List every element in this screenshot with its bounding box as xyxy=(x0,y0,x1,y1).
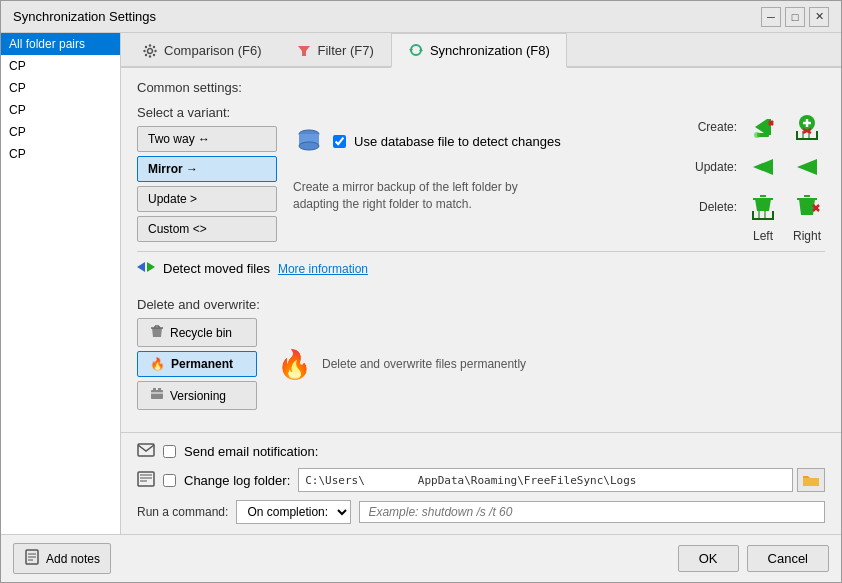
footer: Add notes OK Cancel xyxy=(1,534,841,582)
window: Synchronization Settings ─ □ ✕ All folde… xyxy=(0,0,842,583)
variant-update-btn[interactable]: Update > xyxy=(137,186,277,212)
use-database-label[interactable]: Use database file to detect changes xyxy=(354,134,561,149)
more-info-link[interactable]: More information xyxy=(278,262,368,276)
recycle-bin-btn[interactable]: Recycle bin xyxy=(137,318,257,347)
svg-point-4 xyxy=(154,49,156,51)
filter-icon xyxy=(296,43,312,59)
tab-comparison[interactable]: Comparison (F6) xyxy=(125,33,279,68)
settings-panel: Common settings: Select a variant: Two w… xyxy=(121,68,841,432)
svg-rect-45 xyxy=(138,444,154,456)
sidebar-item-cp-4[interactable]: CP xyxy=(1,121,120,143)
svg-rect-50 xyxy=(803,478,819,486)
log-row: Change log folder: xyxy=(137,468,825,492)
sync-icon xyxy=(408,42,424,58)
sidebar-item-cp-1[interactable]: CP xyxy=(1,55,120,77)
versioning-icon xyxy=(150,387,164,404)
svg-rect-15 xyxy=(299,134,319,140)
delete-right-icon[interactable] xyxy=(789,189,825,225)
delete-desc-text: Delete and overwrite files permanently xyxy=(322,357,526,371)
content-area: Comparison (F6) Filter (F7) xyxy=(121,33,841,534)
fire-icon: 🔥 xyxy=(150,357,165,371)
versioning-btn[interactable]: Versioning xyxy=(137,381,257,410)
variant-custom-btn[interactable]: Custom <> xyxy=(137,216,277,242)
tab-bar: Comparison (F6) Filter (F7) xyxy=(121,33,841,68)
svg-point-14 xyxy=(299,142,319,150)
svg-rect-46 xyxy=(138,472,154,486)
sidebar-item-cp-2[interactable]: CP xyxy=(1,77,120,99)
add-notes-button[interactable]: Add notes xyxy=(13,543,111,574)
middle-section: Use database file to detect changes Crea… xyxy=(293,105,671,213)
variant-label: Select a variant: xyxy=(137,105,277,120)
svg-point-0 xyxy=(148,48,153,53)
left-col-label: Left xyxy=(745,229,781,243)
svg-rect-43 xyxy=(158,388,161,391)
svg-marker-36 xyxy=(147,262,155,272)
svg-marker-27 xyxy=(753,159,773,175)
update-icons xyxy=(745,149,825,185)
sidebar-item-cp-3[interactable]: CP xyxy=(1,99,120,121)
delete-icons xyxy=(745,189,825,225)
log-icon xyxy=(137,471,155,490)
update-right-icon[interactable] xyxy=(789,149,825,185)
email-icon xyxy=(137,443,155,460)
variant-mirror-btn[interactable]: Mirror → xyxy=(137,156,277,182)
log-label[interactable]: Change log folder: xyxy=(184,473,290,488)
svg-point-8 xyxy=(145,53,147,55)
create-right-icon[interactable] xyxy=(789,109,825,145)
variant-two-way-btn[interactable]: Two way ↔ xyxy=(137,126,277,152)
svg-rect-41 xyxy=(151,390,163,399)
svg-marker-9 xyxy=(298,46,310,56)
db-option: Use database file to detect changes xyxy=(293,125,671,157)
sidebar-item-all-folder-pairs[interactable]: All folder pairs xyxy=(1,33,120,55)
log-checkbox[interactable] xyxy=(163,474,176,487)
database-icon xyxy=(293,125,325,157)
bottom-settings: Send email notification: Change log fold… xyxy=(121,432,841,534)
completion-select[interactable]: On completion: On error: Always: xyxy=(236,500,351,524)
sidebar-item-cp-5[interactable]: CP xyxy=(1,143,120,165)
tab-synchronization-label: Synchronization (F8) xyxy=(430,43,550,58)
tab-synchronization[interactable]: Synchronization (F8) xyxy=(391,33,567,68)
email-checkbox[interactable] xyxy=(163,445,176,458)
update-left-icon[interactable] xyxy=(745,149,781,185)
command-row: Run a command: On completion: On error: … xyxy=(137,500,825,524)
tab-filter[interactable]: Filter (F7) xyxy=(279,33,391,68)
email-label[interactable]: Send email notification: xyxy=(184,444,318,459)
ok-button[interactable]: OK xyxy=(678,545,739,572)
log-path-container xyxy=(298,468,825,492)
svg-marker-11 xyxy=(409,49,413,52)
add-notes-label: Add notes xyxy=(46,552,100,566)
log-browse-button[interactable] xyxy=(797,468,825,492)
create-left-icon[interactable] xyxy=(745,109,781,145)
close-button[interactable]: ✕ xyxy=(809,7,829,27)
cancel-button[interactable]: Cancel xyxy=(747,545,829,572)
use-database-checkbox[interactable] xyxy=(333,135,346,148)
folder-icon xyxy=(802,472,820,488)
footer-right: OK Cancel xyxy=(678,545,829,572)
svg-point-6 xyxy=(153,53,155,55)
permanent-label: Permanent xyxy=(171,357,233,371)
create-action-row: Create: xyxy=(687,109,825,145)
permanent-btn[interactable]: 🔥 Permanent xyxy=(137,351,257,377)
svg-point-3 xyxy=(143,49,145,51)
delete-label: Delete: xyxy=(687,200,737,214)
notes-icon xyxy=(24,549,40,568)
versioning-label: Versioning xyxy=(170,389,226,403)
svg-marker-28 xyxy=(797,159,817,175)
log-path-input[interactable] xyxy=(298,468,793,492)
update-action-row: Update: xyxy=(687,149,825,185)
common-settings-title: Common settings: xyxy=(137,80,825,95)
minimize-button[interactable]: ─ xyxy=(761,7,781,27)
window-title: Synchronization Settings xyxy=(13,9,156,24)
detect-moved-label: Detect moved files xyxy=(163,261,270,276)
col-labels: Left Right xyxy=(745,229,825,243)
command-input[interactable] xyxy=(359,501,825,523)
maximize-button[interactable]: □ xyxy=(785,7,805,27)
svg-rect-42 xyxy=(153,388,156,391)
svg-point-5 xyxy=(145,45,147,47)
delete-overwrite-label: Delete and overwrite: xyxy=(137,297,825,312)
delete-overwrite-row: Recycle bin 🔥 Permanent xyxy=(137,318,825,410)
detect-moved-row: Detect moved files More information xyxy=(137,251,825,285)
run-command-label: Run a command: xyxy=(137,505,228,519)
sidebar: All folder pairs CP CP CP CP CP xyxy=(1,33,121,534)
delete-left-icon[interactable] xyxy=(745,189,781,225)
